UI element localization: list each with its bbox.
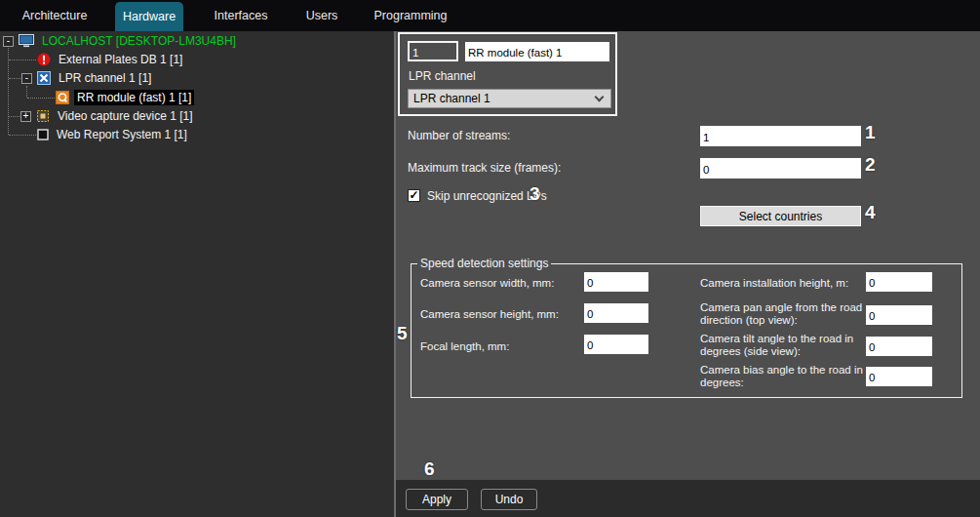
module-settings-panel: LPR channel LPR channel 1 Number of stre… [396,31,980,517]
annotation-3: 3 [529,183,540,205]
annotation-1: 1 [865,122,876,143]
tree-item-label: Video capture device 1 [1] [55,108,196,124]
annotation-4: 4 [865,202,876,223]
tree-item-localhost[interactable]: - LOCALHOST [DESKTOP-LM3U4BH] [3,33,239,49]
tree-item-video-capture-device[interactable]: + Video capture device 1 [1] [20,108,196,124]
annotation-6: 6 [424,458,435,480]
lpr-channel-selected-value: LPR channel 1 [413,92,490,105]
camera-sensor-width-label: Camera sensor width, mm: [420,277,554,290]
camera-sensor-height-input[interactable] [584,303,648,323]
tree-item-rr-module[interactable]: RR module (fast) 1 [1] [56,90,194,105]
tree-item-label: External Plates DB 1 [1] [56,52,185,67]
camera-tilt-angle-input[interactable] [866,337,932,356]
tree-connector [9,135,36,136]
tab-architecture[interactable]: Architecture [8,0,101,31]
chip-icon [36,109,50,123]
undo-button[interactable]: Undo [481,489,537,510]
annotation-2: 2 [865,154,876,176]
max-track-size-label: Maximum track size (frames): [408,161,561,175]
focal-length-label: Focal length, mm: [420,340,509,353]
tree-connector [9,116,20,117]
camera-pan-angle-input[interactable] [866,305,932,325]
action-bar: Apply Undo [396,480,980,517]
tree-item-lpr-channel[interactable]: - LPR channel 1 [1] [21,70,154,86]
camera-bias-angle-label: Camera bias angle to the road in degrees… [700,364,872,389]
camera-tilt-angle-label: Camera tilt angle to the road in degrees… [700,333,872,358]
module-name-input[interactable] [465,42,609,61]
tree-connector [27,98,55,99]
collapse-toggle[interactable]: - [21,73,32,84]
tree-item-external-plates-db[interactable]: External Plates DB 1 [1] [37,52,185,67]
module-id-input[interactable] [408,41,458,61]
lpr-channel-label: LPR channel [409,69,476,83]
tab-users[interactable]: Users [293,0,351,31]
tree-item-web-report-system[interactable]: Web Report System 1 [1] [37,127,190,142]
number-of-streams-input[interactable] [700,126,861,146]
speed-detection-settings-legend: Speed detection settings [417,257,551,270]
tree-item-label: Web Report System 1 [1] [54,127,190,142]
collapse-toggle[interactable]: - [3,36,14,47]
tree-connector [8,45,9,135]
max-track-size-input[interactable] [700,158,861,179]
tree-item-label: LOCALHOST [DESKTOP-LM3U4BH] [39,33,239,49]
lpr-channel-select[interactable]: LPR channel 1 [408,89,611,108]
hardware-tree-panel: - LOCALHOST [DESKTOP-LM3U4BH] External P… [0,31,394,517]
camera-installation-height-input[interactable] [866,272,932,292]
speed-detection-settings-group: Speed detection settings Camera sensor w… [411,257,962,398]
module-header-box: LPR channel LPR channel 1 [398,32,617,116]
chevron-down-icon [595,93,605,102]
annotation-5: 5 [397,323,408,344]
focal-length-input[interactable] [584,335,648,354]
select-countries-button[interactable]: Select countries [700,206,861,226]
camera-pan-angle-label: Camera pan angle from the road direction… [700,301,872,327]
apply-button[interactable]: Apply [406,489,468,510]
tab-programming[interactable]: Programming [366,0,455,31]
square-icon [37,129,49,140]
tree-item-label: LPR channel 1 [1] [56,70,154,86]
camera-sensor-width-input[interactable] [584,272,648,292]
tab-hardware[interactable]: Hardware [115,2,183,31]
rr-module-icon [56,91,69,104]
expand-toggle[interactable]: + [20,111,31,122]
camera-sensor-height-label: Camera sensor height, mm: [420,308,559,321]
number-of-streams-label: Number of streams: [408,129,510,142]
camera-installation-height-label: Camera installation height, m: [700,277,872,290]
tree-connector [9,60,36,60]
monitor-icon [19,34,34,48]
skip-unrecognized-checkbox[interactable] [408,189,420,202]
tab-bar: Architecture Hardware Interfaces Users P… [0,0,980,31]
tab-interfaces[interactable]: Interfaces [198,0,284,31]
tree-item-label: RR module (fast) 1 [1] [74,90,194,105]
tree-connector [26,86,27,98]
tree-connector [9,78,20,79]
camera-bias-angle-input[interactable] [866,367,932,386]
error-icon [37,53,51,66]
lpr-channel-icon [37,71,51,85]
